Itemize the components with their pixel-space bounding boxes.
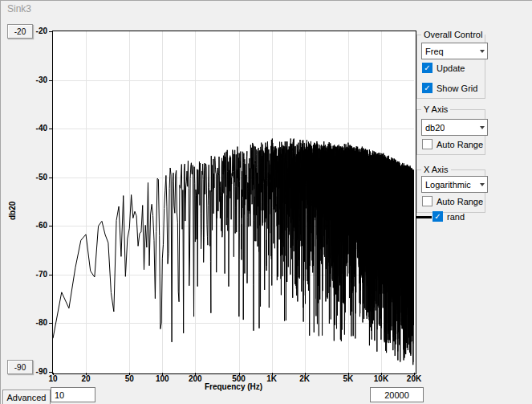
- sink3-window: Sink3 -20 -90 db20 Frequency (Hz) 10 200…: [0, 0, 532, 404]
- x-auto-range-checkbox[interactable]: Auto Range: [422, 196, 483, 206]
- y-scale-select-value: db20: [425, 123, 445, 133]
- y-auto-range-checkbox-icon: [422, 139, 433, 149]
- x-tick-mark: [53, 373, 54, 375]
- y-tick-label: -70: [20, 270, 47, 279]
- y-scale-select[interactable]: db20: [421, 119, 488, 136]
- x-auto-range-checkbox-icon: [422, 196, 433, 206]
- y-tick-mark: [49, 372, 52, 373]
- x-tick-mark: [162, 373, 163, 375]
- x-tick-mark: [305, 373, 306, 375]
- x-tick-label: 50: [125, 374, 134, 383]
- x-tick-label: 10K: [374, 374, 388, 383]
- show-grid-checkbox-label: Show Grid: [437, 84, 477, 93]
- x-tick-mark: [195, 373, 196, 375]
- y-tick-label: -30: [20, 75, 47, 84]
- x-max-value: 20000: [384, 390, 409, 400]
- show-grid-checkbox-icon: [422, 83, 433, 93]
- x-tick-label: 10: [48, 374, 57, 383]
- y-tick-mark: [49, 323, 52, 324]
- x-tick-label: 2K: [299, 374, 310, 383]
- rand-series-label: rand: [447, 212, 465, 222]
- rand-series-checkbox[interactable]: rand: [433, 211, 465, 222]
- window-title: Sink3: [7, 3, 31, 14]
- y-tick-mark: [49, 129, 52, 129]
- y-tick-label: -80: [20, 318, 47, 327]
- freq-select[interactable]: Freq: [421, 43, 488, 59]
- y-axis-group-label: Y Axis: [421, 104, 450, 114]
- x-tick-mark: [348, 373, 349, 375]
- x-tick-mark: [129, 373, 130, 375]
- y-auto-range-checkbox-label: Auto Range: [437, 140, 483, 149]
- freq-select-value: Freq: [425, 47, 444, 56]
- x-tick-mark: [414, 373, 415, 375]
- x-axis-group: X Axis Logarithmic Auto Range: [416, 169, 485, 213]
- rand-series-checkbox-icon: [433, 211, 443, 222]
- y-axis-label: db20: [8, 182, 17, 239]
- x-min-input[interactable]: 10: [51, 387, 95, 402]
- chevron-down-icon: [480, 183, 485, 186]
- x-axis-group-label: X Axis: [421, 165, 451, 174]
- x-scale-select-value: Logarithmic: [425, 180, 471, 190]
- y-tick-mark: [49, 226, 52, 226]
- advanced-button[interactable]: Advanced: [2, 390, 51, 404]
- x-tick-mark: [239, 373, 240, 375]
- x-tick-mark: [381, 373, 382, 375]
- y-tick-label: -60: [20, 221, 47, 230]
- y-tick-mark: [49, 275, 52, 275]
- y-tick-mark: [49, 80, 52, 81]
- x-tick-label: 20K: [407, 374, 421, 383]
- x-min-value: 10: [55, 390, 64, 400]
- x-tick-label: 5K: [343, 374, 354, 383]
- legend-line-sample: [416, 216, 432, 218]
- y-tick-label: -20: [20, 27, 47, 35]
- x-tick-label: 500: [232, 374, 246, 383]
- update-checkbox[interactable]: Update: [422, 63, 465, 73]
- x-tick-mark: [86, 373, 87, 375]
- x-tick-label: 100: [156, 374, 169, 383]
- y-auto-range-checkbox[interactable]: Auto Range: [422, 139, 483, 149]
- chevron-down-icon: [480, 50, 485, 53]
- chevron-down-icon: [480, 126, 485, 129]
- update-checkbox-label: Update: [437, 63, 465, 73]
- x-tick-label: 200: [189, 374, 202, 383]
- y-tick-mark: [49, 178, 52, 178]
- x-tick-mark: [272, 373, 273, 375]
- plot-area: [52, 31, 416, 374]
- x-tick-label: 20: [81, 374, 90, 383]
- spectrum-plot-canvas: [53, 31, 414, 372]
- y-axis-group: Y Axis db20 Auto Range: [416, 109, 485, 155]
- y-tick-label: -50: [20, 173, 47, 182]
- update-checkbox-icon: [422, 63, 433, 73]
- overall-control-group-label: Overall Control: [421, 30, 485, 39]
- x-tick-label: 1K: [266, 374, 277, 383]
- x-scale-select[interactable]: Logarithmic: [421, 176, 488, 193]
- y-tick-label: -40: [20, 124, 47, 133]
- overall-control-group: Overall Control Freq Update Show Grid: [416, 35, 485, 99]
- x-auto-range-checkbox-label: Auto Range: [437, 197, 483, 206]
- show-grid-checkbox[interactable]: Show Grid: [422, 83, 477, 93]
- y-tick-label: -90: [20, 367, 47, 376]
- x-axis-label: Frequency (Hz): [52, 382, 415, 391]
- titlebar[interactable]: Sink3: [1, 1, 532, 17]
- x-max-input[interactable]: 20000: [370, 387, 424, 402]
- y-tick-mark: [49, 31, 52, 32]
- advanced-button-label: Advanced: [7, 393, 47, 402]
